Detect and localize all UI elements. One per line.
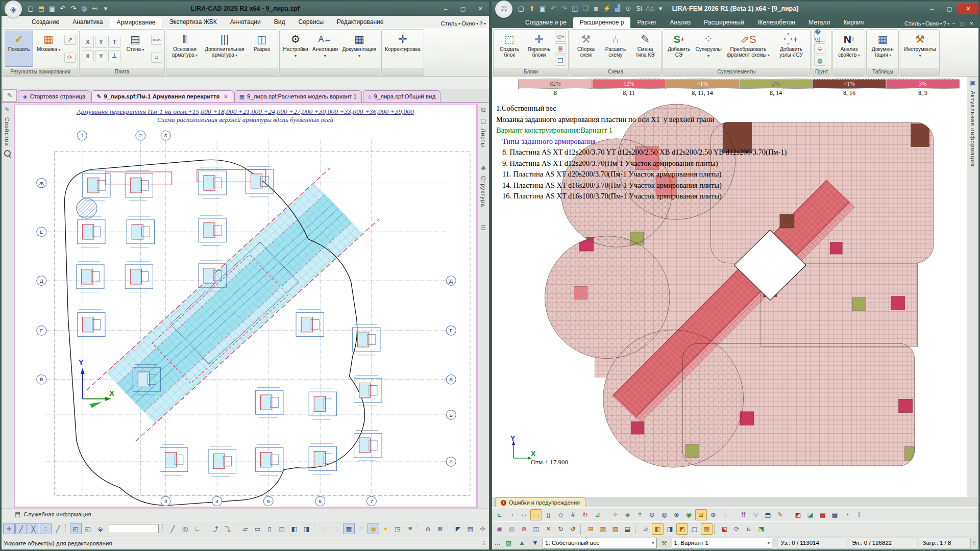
filter-off-icon[interactable]: ⋔ [422, 523, 434, 534]
menu-tab-анализ[interactable]: Анализ [664, 17, 698, 28]
stack-icon[interactable]: ≡ [404, 523, 416, 534]
import-icon[interactable]: ⬆ [527, 4, 536, 13]
structure-tab[interactable]: Структура [480, 176, 486, 207]
resize-grip[interactable]: ⠿ [972, 540, 977, 546]
chart-icon[interactable]: ▟ [613, 4, 622, 13]
globe-icon[interactable]: ◍ [814, 56, 825, 66]
cube-icon[interactable]: ◫ [570, 4, 579, 13]
view-yx-icon[interactable]: ◇ [555, 509, 567, 520]
menu-tab-металл[interactable]: Металл [802, 17, 837, 28]
window-menu[interactable]: Окно [461, 20, 475, 27]
mark-nodes-icon[interactable]: ◈ [622, 509, 633, 520]
prev-loadcase-icon[interactable]: ▲ [516, 537, 528, 548]
reinforcement-marker[interactable] [354, 430, 382, 461]
new-file-icon[interactable]: ▢ [26, 4, 35, 13]
box-2-icon[interactable]: ▭ [252, 523, 263, 534]
close-mini-button[interactable]: ✕ [967, 21, 975, 26]
layers-icon[interactable]: ☰ [481, 224, 486, 232]
settings-button[interactable]: ⚙ Настройки [281, 31, 310, 67]
new-file-icon[interactable]: ▢ [517, 4, 526, 13]
view-yz-icon[interactable]: ▯ [543, 509, 554, 520]
help-menu[interactable]: ? [943, 20, 946, 27]
lock-icon[interactable]: ⊙ [624, 4, 633, 13]
turn-ccw-icon[interactable]: ↺ [567, 523, 579, 535]
snap-line-icon[interactable]: ╱ [15, 523, 27, 534]
sheets-icon[interactable]: ⧉ [481, 106, 486, 113]
edit-mode-icon[interactable]: ✎ [3, 89, 17, 102]
extra-rebar-button[interactable]: ||| Дополнительная арматура [203, 31, 247, 67]
angle2-icon[interactable]: ⊾ [743, 523, 755, 535]
ghost-2-icon[interactable]: ◌ [331, 523, 342, 534]
variant-icon[interactable]: ⚒ [658, 537, 670, 548]
add-se-button[interactable]: S+ Добавить СЭ [665, 31, 693, 67]
rotate-y-icon[interactable]: ⤵ [222, 523, 233, 534]
redo-icon[interactable]: ↷ [69, 4, 78, 13]
sheets-tab[interactable]: Листы [480, 129, 486, 147]
menu-tab-железобетон[interactable]: Железобетон [751, 17, 802, 28]
reinforcement-marker[interactable] [199, 215, 226, 246]
menu-tab-аннотации[interactable]: Аннотации [224, 17, 267, 28]
filter-icon[interactable]: ⋓ [434, 523, 446, 534]
close-button[interactable]: ✕ [472, 4, 489, 14]
reinforcement-plan-drawing[interactable]: 12334567ЖЕДГВДГВБА YX [15, 105, 476, 507]
contour-icon[interactable]: ⌗ [151, 53, 162, 63]
menu-tab-редактирование[interactable]: Редактирование [330, 17, 390, 28]
grid-on-icon[interactable]: ▦ [343, 523, 355, 534]
table-blue-icon[interactable]: ▤ [829, 509, 841, 520]
loads-icon[interactable]: ⇈ [738, 509, 749, 520]
reinforcement-marker[interactable] [77, 262, 104, 292]
transform-fragment-button[interactable]: ⇗S Преобразовать фрагмент схемы [724, 31, 773, 67]
snap-node-icon[interactable]: ✛ [3, 523, 15, 534]
reinforcement-marker[interactable] [160, 445, 188, 475]
export-icon[interactable]: ⬔ [755, 523, 767, 535]
format-icon[interactable]: Aa [645, 4, 654, 13]
slab-on-icon[interactable]: ◩ [676, 523, 688, 535]
menu-tab-создание-и-ре[interactable]: Создание и ре [519, 17, 573, 28]
refine-icon[interactable]: ▨ [597, 523, 609, 535]
lock-closed-icon[interactable]: ◱ [82, 523, 94, 534]
magnifier-icon[interactable] [4, 150, 11, 157]
reinforcement-marker[interactable] [125, 262, 153, 292]
lamp-on-icon[interactable]: ◉ [368, 523, 379, 534]
table-red-icon[interactable]: ▦ [817, 509, 828, 520]
annotations-button[interactable]: A↔ Аннотации [311, 31, 339, 67]
analysis-properties-button[interactable]: NT Анализ свойств [835, 31, 863, 67]
grid-num-icon[interactable]: # [567, 509, 579, 520]
service-info-label[interactable]: Служебная информация [23, 511, 91, 517]
loadcase-dropdown[interactable]: 1. Собственный вес▾ [543, 538, 657, 548]
more-status-button[interactable]: … [494, 540, 501, 546]
reinforcement-marker[interactable] [296, 310, 324, 340]
create-block-button[interactable]: ⬚ Создать блок [495, 31, 524, 67]
ghost-1-icon[interactable]: ◌ [318, 523, 330, 534]
sheet-icon[interactable]: ▢ [480, 117, 486, 124]
reinforcement-marker[interactable] [256, 445, 283, 475]
red-frame-icon[interactable]: ◩ [792, 509, 804, 520]
maximize-mini-button[interactable]: ▢ [958, 21, 967, 26]
max-values-icon[interactable]: max [151, 35, 162, 45]
cursor-icon[interactable]: ◤ [452, 523, 464, 534]
menu-tab-создание[interactable]: Создание [25, 17, 66, 28]
brush-icon[interactable]: ✎ [774, 509, 786, 520]
supernodes-button[interactable]: ⁘ Суперузлы [694, 31, 723, 67]
menu-tab-сервисы[interactable]: Сервисы [291, 17, 330, 28]
drawing-canvas[interactable]: Армування перекриття Пм-1 на отм.+15,000… [14, 104, 477, 508]
show-button[interactable]: ✔ Показать [5, 31, 33, 67]
reinforcement-marker[interactable] [208, 446, 236, 477]
errors-warnings-tab[interactable]: ! Ошибки и предупреждения [495, 497, 585, 507]
resize-grip[interactable]: ⠿ [482, 541, 487, 546]
menu-tab-вид[interactable]: Вид [267, 17, 292, 28]
block-frame-icon[interactable]: ▣ [555, 43, 566, 54]
unstitch-scheme-button[interactable]: ⑃ Расшить схему [601, 31, 630, 67]
table-sel-icon[interactable]: ▤ [464, 523, 476, 534]
pencil-icon[interactable]: ✎ [5, 106, 10, 113]
redo-icon[interactable]: ↷ [559, 4, 569, 13]
draw-line-icon[interactable]: ╱ [52, 523, 64, 534]
minimize-mini-button[interactable]: – [950, 21, 957, 26]
wall2-icon[interactable]: ◨ [664, 523, 676, 535]
lock-open-icon[interactable]: ◰ [70, 523, 82, 534]
structure-icon[interactable]: ❖ [481, 165, 486, 172]
circle-icon[interactable]: ◎ [179, 523, 191, 534]
proj-xoy-icon[interactable]: ⊾ [494, 509, 505, 520]
camera-icon[interactable]: ◙ [592, 4, 601, 13]
info-panel-icon[interactable]: ▣ [970, 80, 975, 87]
